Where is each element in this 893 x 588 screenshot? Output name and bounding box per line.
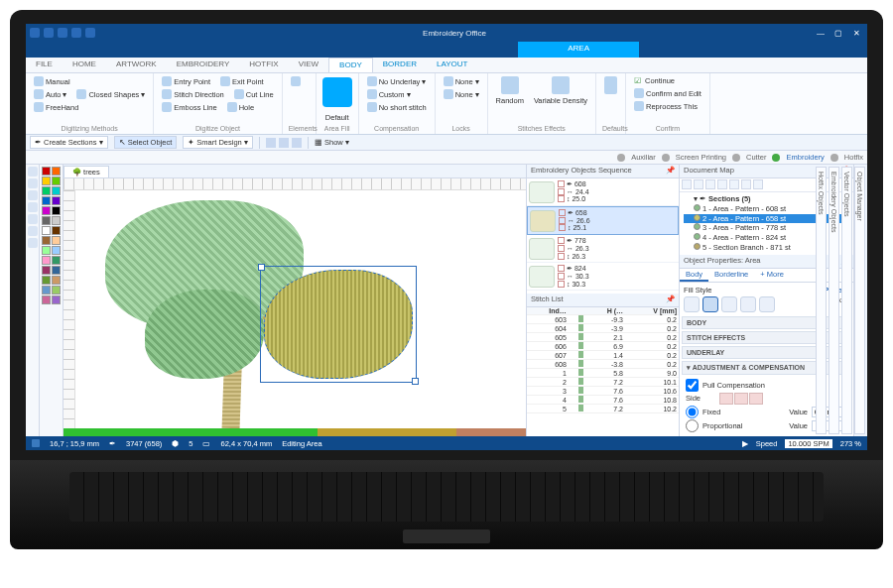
- color-swatch[interactable]: [52, 246, 61, 255]
- color-swatch[interactable]: [42, 276, 51, 285]
- tab-view[interactable]: VIEW: [289, 58, 328, 72]
- color-swatch[interactable]: [42, 256, 51, 265]
- btn-manual[interactable]: Manual: [32, 75, 72, 87]
- left-tool-sidebar[interactable]: [26, 165, 40, 436]
- side-tab[interactable]: Vector Objects: [841, 167, 852, 434]
- color-swatch[interactable]: [52, 176, 61, 185]
- btn-show[interactable]: ▦ Show ▾: [315, 138, 349, 147]
- stitch-row[interactable]: 37.610.6: [527, 387, 679, 396]
- stitch-row[interactable]: 47.610.8: [527, 396, 679, 405]
- btn-lock-none-2[interactable]: None ▾: [442, 88, 481, 100]
- color-swatch[interactable]: [52, 256, 61, 265]
- btn-emboss-line[interactable]: Emboss Line: [160, 101, 218, 113]
- tab-file[interactable]: FILE: [26, 58, 63, 72]
- btn-default-fill[interactable]: Default: [322, 112, 352, 123]
- btn-confirm-edit[interactable]: Confirm and Edit: [632, 87, 703, 99]
- zoom-icons[interactable]: [266, 138, 302, 148]
- proptab-more[interactable]: + More: [754, 269, 790, 282]
- panel-pin-icon[interactable]: 📌: [666, 166, 675, 176]
- btn-random[interactable]: Random: [494, 75, 526, 106]
- color-swatch[interactable]: [52, 276, 61, 285]
- right-side-tabs[interactable]: Object ManagerVector ObjectsEmbroidery O…: [853, 165, 867, 436]
- tab-layout[interactable]: LAYOUT: [427, 58, 477, 72]
- proptab-borderline[interactable]: Borderline: [708, 269, 754, 282]
- color-swatch[interactable]: [42, 236, 51, 245]
- color-swatch[interactable]: [42, 176, 51, 185]
- color-swatch[interactable]: [52, 186, 61, 195]
- layer-hotfix-dot[interactable]: [830, 154, 838, 162]
- status-speed[interactable]: 10.000 SPM: [785, 439, 831, 448]
- panel-pin-icon[interactable]: 📌: [666, 294, 675, 305]
- side-selector[interactable]: [719, 393, 763, 405]
- docmap-toolbar[interactable]: ☑ All: [680, 178, 853, 192]
- stitch-row[interactable]: 6052.10.2: [527, 333, 679, 342]
- btn-lock-none-1[interactable]: None ▾: [442, 75, 481, 87]
- stitch-progress-bar[interactable]: [64, 428, 526, 436]
- minimize-button[interactable]: —: [814, 29, 828, 38]
- chk-pull-compensation[interactable]: [686, 379, 699, 392]
- color-swatch[interactable]: [52, 196, 61, 205]
- radio-proportional[interactable]: [686, 419, 699, 432]
- btn-entry-point[interactable]: Entry Point: [160, 75, 212, 87]
- elements-gallery[interactable]: [289, 75, 310, 87]
- btn-variable-density[interactable]: Variable Density: [532, 75, 589, 106]
- quick-access-toolbar[interactable]: [30, 28, 95, 38]
- btn-continue[interactable]: Continue: [632, 75, 703, 86]
- stitch-row[interactable]: 608-3.80.2: [527, 360, 679, 369]
- color-swatch[interactable]: [52, 266, 61, 275]
- btn-defaults[interactable]: [602, 75, 619, 95]
- radio-fixed[interactable]: [686, 406, 699, 418]
- tab-hotfix[interactable]: HOTFIX: [239, 58, 288, 72]
- sequence-item[interactable]: ✒ 658 ↔ 26.6 ↕ 25.1: [527, 206, 679, 235]
- btn-reprocess[interactable]: Reprocess This: [632, 100, 703, 112]
- stitch-row[interactable]: 6066.90.2: [527, 342, 679, 351]
- color-swatch[interactable]: [52, 216, 61, 225]
- color-palette[interactable]: [40, 165, 64, 436]
- tab-embroidery[interactable]: EMBROIDERY: [167, 58, 240, 72]
- color-swatch[interactable]: [52, 236, 61, 245]
- color-swatch[interactable]: [42, 286, 51, 294]
- btn-auto[interactable]: Auto ▾: [32, 88, 68, 100]
- btn-no-short-stitch[interactable]: No short stitch: [365, 101, 429, 113]
- color-swatch[interactable]: [52, 226, 61, 235]
- btn-exit-point[interactable]: Exit Point: [218, 75, 266, 87]
- stitch-row[interactable]: 6071.40.2: [527, 351, 679, 360]
- stitch-row[interactable]: 15.89.0: [527, 369, 679, 378]
- color-swatch[interactable]: [42, 226, 51, 235]
- color-swatch[interactable]: [42, 216, 51, 225]
- color-swatch[interactable]: [42, 206, 51, 215]
- color-swatch[interactable]: [42, 186, 51, 195]
- layer-screenprint[interactable]: Screen Printing: [676, 153, 726, 162]
- layer-cutter[interactable]: Cutter: [746, 153, 766, 162]
- layer-cutter-dot[interactable]: [732, 154, 740, 162]
- btn-select-object[interactable]: ↖ Select Object: [114, 136, 178, 149]
- color-swatch[interactable]: [42, 196, 51, 205]
- tab-home[interactable]: HOME: [63, 58, 106, 72]
- side-tab[interactable]: Embroidery Objects: [829, 167, 839, 434]
- tab-border[interactable]: BORDER: [373, 58, 427, 72]
- color-swatch[interactable]: [42, 266, 51, 275]
- layer-screenprint-dot[interactable]: [662, 154, 670, 162]
- layer-embroidery[interactable]: Embroidery: [786, 153, 824, 162]
- tab-artwork[interactable]: ARTWORK: [106, 58, 167, 72]
- layer-hotfix[interactable]: Hotfix: [844, 153, 863, 162]
- color-swatch[interactable]: [52, 295, 61, 304]
- stitch-row[interactable]: 603-9.30.2: [527, 315, 679, 324]
- maximize-button[interactable]: ▢: [831, 29, 845, 38]
- btn-no-underlay[interactable]: No Underlay ▾: [365, 75, 429, 87]
- stitch-row[interactable]: 57.210.2: [527, 405, 679, 413]
- layer-auxiliar[interactable]: Auxiliar: [631, 153, 656, 162]
- area-fill-icon[interactable]: [322, 77, 352, 107]
- layer-embroidery-dot[interactable]: [772, 154, 780, 162]
- side-tab[interactable]: Object Manager: [854, 167, 865, 434]
- close-button[interactable]: ✕: [849, 29, 863, 38]
- layer-auxiliar-dot[interactable]: [617, 154, 625, 162]
- btn-cut-line[interactable]: Cut Line: [232, 88, 276, 100]
- btn-create-sections[interactable]: ✒ Create Sections ▾: [30, 136, 108, 149]
- color-swatch[interactable]: [42, 295, 51, 304]
- stitch-row[interactable]: 604-3.90.2: [527, 324, 679, 333]
- btn-smart-design[interactable]: ✦ Smart Design ▾: [183, 136, 253, 149]
- color-swatch[interactable]: [42, 167, 51, 176]
- status-zoom[interactable]: 273 %: [840, 439, 861, 448]
- color-swatch[interactable]: [42, 246, 51, 255]
